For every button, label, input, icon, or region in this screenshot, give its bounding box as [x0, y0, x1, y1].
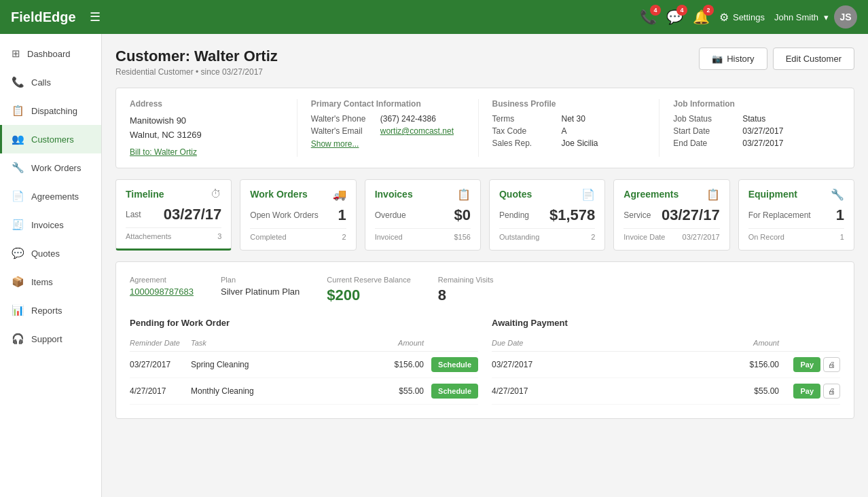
pending-amount-2: $55.00	[376, 386, 424, 396]
tile-timeline-title: Timeline	[126, 189, 164, 200]
main-content: Customer: Walter Ortiz Residential Custo…	[102, 34, 868, 497]
sidebar-item-dispatching[interactable]: 📋 Dispatching	[0, 96, 101, 125]
business-section: Business Profile Terms Net 30 Tax Code A…	[492, 99, 660, 157]
page-header: Customer: Walter Ortiz Residential Custo…	[115, 48, 854, 77]
pending-header: Reminder Date Task Amount	[130, 335, 478, 352]
plan-label: Plan	[221, 276, 300, 284]
bill-to-link[interactable]: Bill to: Walter Ortiz	[130, 147, 197, 157]
contact-section: Primary Contact Information Walter's Pho…	[311, 99, 479, 157]
tile-workorders-value: 1	[338, 206, 346, 224]
tile-workorders-sub-value: 2	[342, 233, 346, 241]
sidebar-item-reports[interactable]: 📊 Reports	[0, 296, 101, 325]
calls-icon-wrap[interactable]: 📞 4	[640, 9, 657, 25]
pending-amount-1: $156.00	[376, 360, 424, 369]
sidebar-item-items[interactable]: 📦 Items	[0, 268, 101, 296]
tile-quotes-sub: Outstanding 2	[499, 228, 595, 241]
agreements-icon: 📄	[12, 190, 24, 202]
tile-workorders-sub-label: Completed	[250, 233, 286, 241]
tile-equipment-sub-value: 1	[840, 233, 844, 241]
address-section: Address Manitowish 90 Walnut, NC 31269 B…	[130, 99, 297, 157]
tile-quotes-main: Pending $1,578	[499, 206, 595, 224]
awaiting-action-1: Pay 🖨	[786, 357, 840, 372]
tile-timeline-sub-value: 3	[217, 232, 221, 240]
tile-invoices-label: Overdue	[375, 210, 406, 220]
sales-rep-label: Sales Rep.	[492, 139, 554, 148]
page-title-wrap: Customer: Walter Ortiz Residential Custo…	[115, 48, 278, 77]
tile-workorders-title: Work Orders	[250, 189, 308, 200]
user-wrap[interactable]: John Smith ▾ JS	[774, 5, 857, 29]
print-button-2[interactable]: 🖨	[823, 384, 840, 399]
awaiting-amount-2: $55.00	[553, 386, 786, 396]
tile-agreements-main: Service 03/27/17	[623, 206, 719, 224]
sidebar-item-customers[interactable]: 👥 Customers	[0, 125, 101, 153]
tile-workorders-header: Work Orders 🚚	[250, 188, 346, 201]
sidebar-item-work-orders[interactable]: 🔧 Work Orders	[0, 153, 101, 182]
tile-invoices-value: $0	[454, 206, 471, 224]
tile-equipment[interactable]: Equipment 🔧 For Replacement 1 On Record …	[738, 179, 854, 251]
messages-icon-wrap[interactable]: 💬 4	[666, 9, 683, 25]
job-status-value: Status	[742, 114, 765, 124]
visits-value: 8	[438, 287, 494, 304]
tax-row: Tax Code A	[492, 126, 646, 136]
tile-timeline-label: Last	[126, 210, 141, 219]
schedule-button-2[interactable]: Schedule	[431, 384, 478, 399]
pending-task-1: Spring Cleaning	[191, 360, 376, 369]
tile-equipment-sub-label: On Record	[748, 233, 784, 241]
col-awaiting-action	[786, 339, 840, 347]
tile-invoices-sub-value: $156	[454, 233, 471, 241]
pending-row-1: 03/27/2017 Spring Cleaning $156.00 Sched…	[130, 352, 478, 378]
sidebar-item-agreements[interactable]: 📄 Agreements	[0, 182, 101, 210]
messages-badge: 4	[676, 5, 687, 16]
tile-quotes[interactable]: Quotes 📄 Pending $1,578 Outstanding 2	[489, 179, 605, 251]
sidebar-item-calls[interactable]: 📞 Calls	[0, 68, 101, 96]
tile-work-orders[interactable]: Work Orders 🚚 Open Work Orders 1 Complet…	[240, 179, 356, 251]
pay-button-1[interactable]: Pay	[793, 357, 820, 372]
terms-label: Terms	[492, 114, 554, 124]
show-more-link[interactable]: Show more...	[311, 139, 359, 149]
tile-invoices[interactable]: Invoices 📋 Overdue $0 Invoiced $156	[365, 179, 481, 251]
awaiting-payment-col: Awaiting Payment Due Date Amount 03/27/2…	[492, 318, 840, 405]
tile-timeline[interactable]: Timeline ⏱ Last 03/27/17 Attachements 3	[115, 179, 232, 251]
tile-timeline-sub-label: Attachements	[126, 232, 171, 240]
business-label: Business Profile	[492, 99, 646, 109]
sidebar-item-label: Work Orders	[31, 163, 81, 173]
schedule-button-1[interactable]: Schedule	[431, 357, 478, 372]
start-date-row: Start Date 03/27/2017	[673, 126, 827, 136]
sidebar-item-support[interactable]: 🎧 Support	[0, 325, 101, 353]
equipment-icon: 🔧	[831, 188, 844, 201]
camera-icon: 📷	[712, 54, 723, 64]
tile-quotes-title: Quotes	[499, 189, 532, 200]
calls-badge: 4	[650, 5, 661, 16]
sidebar-item-label: Calls	[31, 77, 51, 88]
sidebar-item-quotes[interactable]: 💬 Quotes	[0, 239, 101, 268]
history-button[interactable]: 📷 History	[699, 48, 767, 70]
settings-label: Settings	[733, 12, 765, 22]
agreement-value[interactable]: 1000098787683	[130, 287, 194, 297]
end-date-label: End Date	[673, 139, 734, 148]
support-icon: 🎧	[12, 333, 24, 345]
sidebar-item-label: Invoices	[31, 220, 64, 230]
tile-agreements[interactable]: Agreements 📋 Service 03/27/17 Invoice Da…	[613, 179, 729, 251]
invoices-icon: 🧾	[12, 219, 24, 231]
pending-section: Pending for Work Order Reminder Date Tas…	[130, 318, 840, 405]
email-value[interactable]: wortiz@comcast.net	[380, 126, 454, 136]
sidebar-item-label: Customers	[31, 134, 74, 145]
sidebar-item-label: Dispatching	[31, 106, 77, 116]
pending-task-2: Monthly Cleaning	[191, 386, 376, 396]
tile-quotes-sub-label: Outstanding	[499, 233, 539, 241]
hamburger-menu[interactable]: ☰	[90, 10, 101, 24]
settings-wrap[interactable]: ⚙ Settings	[719, 11, 765, 24]
tile-quotes-header: Quotes 📄	[499, 188, 595, 201]
pay-button-2[interactable]: Pay	[793, 384, 820, 399]
print-button-1[interactable]: 🖨	[823, 357, 840, 372]
dashboard-icon: ⊞	[12, 48, 20, 60]
sidebar-item-invoices[interactable]: 🧾 Invoices	[0, 210, 101, 239]
pending-title: Pending for Work Order	[130, 318, 478, 328]
tax-label: Tax Code	[492, 126, 554, 136]
detail-top: Agreement 1000098787683 Plan Silver Plat…	[130, 276, 840, 304]
edit-customer-button[interactable]: Edit Customer	[773, 48, 854, 70]
sidebar-item-dashboard[interactable]: ⊞ Dashboard	[0, 39, 101, 68]
tile-agreements-sub-label: Invoice Date	[623, 233, 665, 241]
notifications-icon-wrap[interactable]: 🔔 2	[693, 9, 710, 25]
pending-action-1: Schedule	[424, 357, 478, 372]
